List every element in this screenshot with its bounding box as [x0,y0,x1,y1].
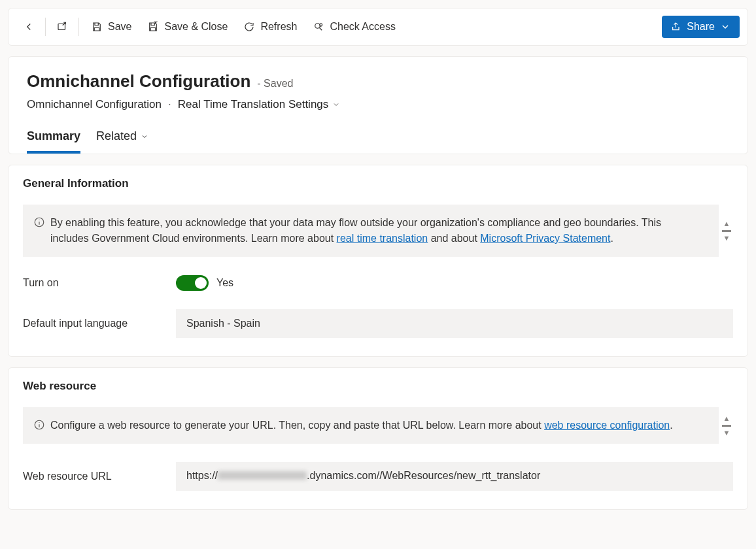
tab-related[interactable]: Related [96,129,148,154]
refresh-label: Refresh [260,21,297,33]
section-web-resource: Web resource Configure a web resource to… [8,367,748,510]
share-icon [671,22,681,32]
scroll-down-icon[interactable]: ▼ [723,235,730,242]
save-close-button[interactable]: Save & Close [139,14,235,40]
section-general-information: General Information By enabling this fea… [8,165,748,357]
save-button[interactable]: Save [83,14,139,40]
section-title: Web resource [23,380,733,393]
svg-point-1 [315,24,320,29]
label-web-resource-url: Web resource URL [23,471,160,482]
refresh-icon [243,21,255,33]
link-privacy-statement[interactable]: Microsoft Privacy Statement [480,233,610,244]
toggle-value: Yes [216,277,233,289]
chevron-down-icon [332,101,340,108]
saved-indicator: - Saved [257,78,293,90]
save-close-icon [147,21,159,33]
divider [45,18,46,36]
record-header: Omnichannel Configuration - Saved Omnich… [8,56,748,154]
link-web-resource-config[interactable]: web resource configuration [544,420,670,431]
label-default-language: Default input language [23,318,160,329]
section-title: General Information [23,177,733,190]
chevron-down-icon [141,133,148,141]
redacted-domain: xxxxxxxxxxxxxxxxx [218,470,307,481]
scroll-up-icon[interactable]: ▲ [723,415,730,422]
svg-point-2 [320,24,322,26]
svg-rect-0 [58,24,65,30]
toggle-turn-on[interactable] [176,275,209,291]
breadcrumb-item[interactable]: Omnichannel Configuration [27,98,162,111]
breadcrumb: Omnichannel Configuration · Real Time Tr… [27,98,729,111]
save-icon [91,21,103,33]
info-notice-general: By enabling this feature, you acknowledg… [23,205,719,257]
refresh-button[interactable]: Refresh [235,14,305,40]
share-button[interactable]: Share [662,16,740,38]
save-label: Save [108,21,131,33]
breadcrumb-separator: · [168,98,171,111]
link-real-time-translation[interactable]: real time translation [337,233,428,244]
input-web-resource-url[interactable]: https://xxxxxxxxxxxxxxxxx.dynamics.com//… [176,462,733,491]
scroll-handle[interactable] [722,230,731,232]
check-access-icon [313,21,324,33]
check-access-label: Check Access [330,21,395,33]
share-label: Share [687,21,715,33]
save-close-label: Save & Close [164,21,228,33]
open-new-window-button[interactable] [50,14,75,40]
scroll-handle[interactable] [722,425,731,427]
info-notice-webresource: Configure a web resource to generate you… [23,407,719,444]
breadcrumb-item-dropdown[interactable]: Real Time Translation Settings [178,98,341,111]
tab-list: Summary Related [27,129,729,154]
scroll-controls: ▲ ▼ [720,407,733,444]
info-icon [33,419,45,431]
info-icon [33,216,45,228]
scroll-down-icon[interactable]: ▼ [723,429,730,437]
command-bar: Save Save & Close Refresh Check Access S… [8,8,748,46]
label-turn-on: Turn on [23,277,160,289]
divider [78,18,79,36]
scroll-controls: ▲ ▼ [720,205,733,257]
input-default-language[interactable] [176,309,733,338]
scroll-up-icon[interactable]: ▲ [723,220,730,227]
chevron-down-icon [720,22,730,32]
toggle-knob [195,277,207,289]
page-title: Omnichannel Configuration [27,71,250,92]
back-button[interactable] [16,14,41,40]
check-access-button[interactable]: Check Access [305,14,403,40]
tab-summary[interactable]: Summary [27,129,80,154]
